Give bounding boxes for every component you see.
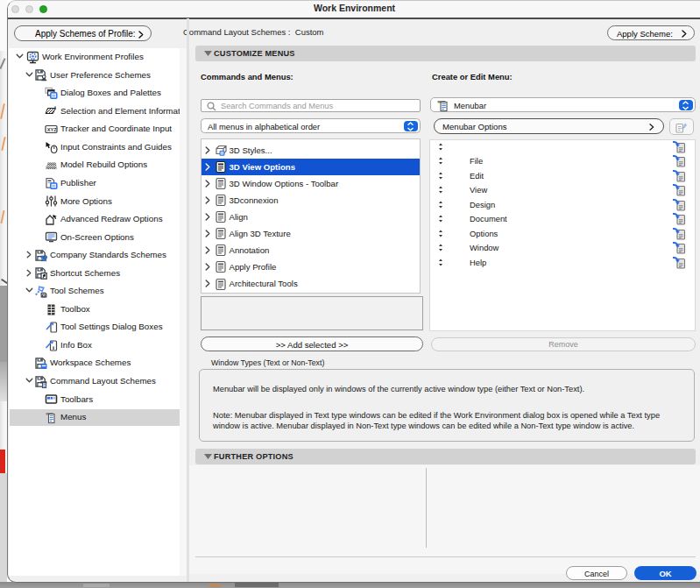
svg-text:XYZ: XYZ [47,127,57,132]
svg-text:i: i [53,344,54,351]
svg-text:i: i [54,104,56,111]
